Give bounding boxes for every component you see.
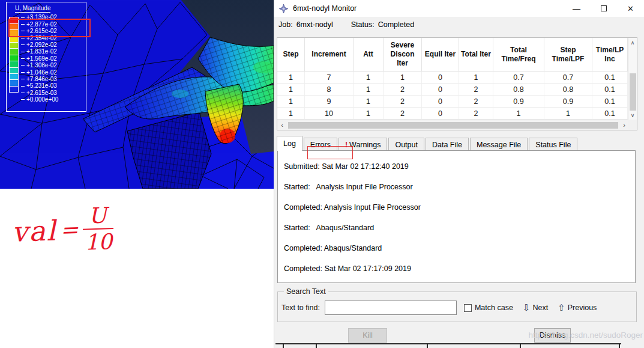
- formula-numerator: U: [82, 204, 113, 230]
- legend-value-10: +5.231e-03: [21, 82, 58, 89]
- table-cell-r0-c2[interactable]: 1: [354, 72, 384, 84]
- table-cell-r2-c5[interactable]: 2: [459, 96, 493, 108]
- formula-equals: =: [59, 217, 79, 242]
- minimize-button[interactable]: —: [563, 0, 590, 17]
- log-line-1: Started: Analysis Input File Processor: [284, 177, 629, 197]
- table-cell-r3-c8[interactable]: 0.1: [592, 108, 628, 120]
- table-cell-r2-c7[interactable]: 0.9: [544, 96, 592, 108]
- table-cell-r1-c2[interactable]: 1: [354, 84, 384, 96]
- tab-status-file[interactable]: Status File: [529, 138, 577, 151]
- column-header-4[interactable]: Equil Iter: [422, 38, 459, 72]
- table-cell-r1-c7[interactable]: 0.8: [544, 84, 592, 96]
- table-header-row: StepIncrementAttSevere Discon IterEquil …: [277, 38, 629, 72]
- next-label: Next: [532, 304, 548, 312]
- table-cell-r3-c7[interactable]: 1: [544, 108, 592, 120]
- kill-button[interactable]: Kill: [348, 328, 387, 343]
- background-window-edge: [275, 343, 621, 344]
- table-cell-r2-c8[interactable]: 0.1: [592, 96, 628, 108]
- title-bar[interactable]: 6mxt-nodyl Monitor — ✕: [274, 0, 644, 17]
- search-input[interactable]: [325, 301, 457, 315]
- tab-data-file[interactable]: Data File: [426, 138, 469, 151]
- tab-output[interactable]: Output: [388, 138, 424, 151]
- table-cell-r0-c6[interactable]: 0.7: [493, 72, 544, 84]
- table-cell-r2-c6[interactable]: 0.9: [493, 96, 544, 108]
- legend-tick: [21, 58, 25, 59]
- tab-message-file[interactable]: Message File: [470, 138, 528, 151]
- table-cell-r1-c6[interactable]: 0.8: [493, 84, 544, 96]
- table-cell-r1-c5[interactable]: 2: [459, 84, 493, 96]
- table-cell-r3-c5[interactable]: 2: [459, 108, 493, 120]
- vertical-scroll-thumb[interactable]: [630, 73, 636, 111]
- table-cell-r2-c0[interactable]: 1: [277, 96, 305, 108]
- table-cell-r2-c2[interactable]: 1: [354, 96, 384, 108]
- table-cell-r0-c4[interactable]: 0: [422, 72, 459, 84]
- legend-value-12: +0.000e+00: [21, 96, 58, 103]
- scroll-down-icon[interactable]: ∨: [628, 111, 637, 120]
- maximize-button[interactable]: [590, 0, 617, 17]
- horizontal-scroll-thumb[interactable]: [288, 122, 618, 129]
- tab-label: Message File: [477, 141, 521, 149]
- legend-value-text: +5.231e-03: [26, 82, 57, 89]
- table-cell-r2-c3[interactable]: 2: [384, 96, 422, 108]
- column-header-1[interactable]: Increment: [305, 38, 354, 72]
- kill-button-label: Kill: [363, 331, 373, 340]
- table-horizontal-scrollbar[interactable]: ‹ ›: [277, 120, 629, 130]
- table-cell-r0-c0[interactable]: 1: [277, 72, 305, 84]
- column-header-2[interactable]: Att: [354, 38, 384, 72]
- table-cell-r3-c6[interactable]: 1: [493, 108, 544, 120]
- table-cell-r0-c7[interactable]: 0.7: [544, 72, 592, 84]
- column-header-0[interactable]: Step: [277, 38, 305, 72]
- scroll-up-icon[interactable]: ∧: [628, 38, 637, 47]
- match-case-checkbox[interactable]: [464, 304, 472, 312]
- background-window-tick: [316, 343, 317, 348]
- table-cell-r0-c3[interactable]: 1: [384, 72, 422, 84]
- table-cell-r2-c4[interactable]: 0: [422, 96, 459, 108]
- legend-value-text: +7.846e-03: [26, 76, 57, 82]
- table-cell-r3-c3[interactable]: 2: [384, 108, 422, 120]
- scroll-left-icon[interactable]: ‹: [277, 121, 287, 129]
- table-cell-r0-c1[interactable]: 7: [305, 72, 354, 84]
- log-output-area[interactable]: Submitted: Sat Mar 02 17:12:40 2019Start…: [277, 150, 636, 283]
- legend-tick: [21, 65, 25, 66]
- tab-log[interactable]: Log: [277, 136, 302, 151]
- log-line-0: Submitted: Sat Mar 02 17:12:40 2019: [284, 156, 629, 177]
- highlighted-increment-cell[interactable]: 10: [305, 108, 354, 120]
- column-header-5[interactable]: Total Iter: [459, 38, 493, 72]
- close-button[interactable]: ✕: [617, 0, 644, 17]
- next-button[interactable]: ⇩ Next: [523, 302, 548, 313]
- tab-label: Data File: [432, 141, 462, 149]
- monitor-dialog: 6mxt-nodyl Monitor — ✕ Job: 6mxt-nodyl S…: [274, 0, 644, 348]
- job-label: Job:: [278, 20, 293, 29]
- table-cell-r0-c8[interactable]: 0.1: [592, 72, 628, 84]
- search-group-label: Search Text: [284, 287, 328, 296]
- table-cell-r3-c2[interactable]: 1: [354, 108, 384, 120]
- table-cell-r1-c4[interactable]: 0: [422, 84, 459, 96]
- column-header-8[interactable]: Time/LP Inc: [592, 38, 628, 72]
- column-header-6[interactable]: Total Time/Freq: [493, 38, 544, 72]
- previous-label: Previous: [568, 304, 597, 312]
- formula-lhs: val: [11, 214, 57, 248]
- column-header-3[interactable]: Severe Discon Iter: [384, 38, 422, 72]
- table-vertical-scrollbar[interactable]: ∧ ∨: [628, 38, 637, 120]
- table-cell-r1-c0[interactable]: 1: [277, 84, 305, 96]
- text-to-find-label: Text to find:: [281, 304, 320, 312]
- previous-button[interactable]: ⇧ Previous: [558, 302, 597, 313]
- table-cell-r1-c3[interactable]: 2: [384, 84, 422, 96]
- search-text-group: Search Text Text to find: Match case ⇩ N…: [277, 292, 637, 322]
- background-window-tick: [283, 343, 284, 348]
- legend-tick: [21, 99, 25, 100]
- legend-value-8: +1.046e-02: [21, 69, 58, 76]
- table-cell-r1-c1[interactable]: 8: [305, 84, 354, 96]
- log-line-4: Completed: Abaqus/Standard: [284, 238, 629, 258]
- up-arrow-icon: ⇧: [558, 302, 565, 313]
- table-cell-r2-c1[interactable]: 9: [305, 96, 354, 108]
- increment-table: StepIncrementAttSevere Discon IterEquil …: [277, 37, 637, 130]
- dismiss-button[interactable]: Dismiss: [534, 328, 571, 343]
- table-cell-r1-c8[interactable]: 0.1: [592, 84, 628, 96]
- table-cell-r0-c5[interactable]: 1: [459, 72, 493, 84]
- job-status-bar: Job: 6mxt-nodyl Status: Completed: [278, 20, 414, 29]
- table-cell-r3-c0[interactable]: 1: [277, 108, 305, 120]
- table-cell-r3-c4[interactable]: 0: [422, 108, 459, 120]
- legend-value-text: +1.831e-02: [26, 48, 57, 55]
- column-header-7[interactable]: Step Time/LPF: [544, 38, 592, 72]
